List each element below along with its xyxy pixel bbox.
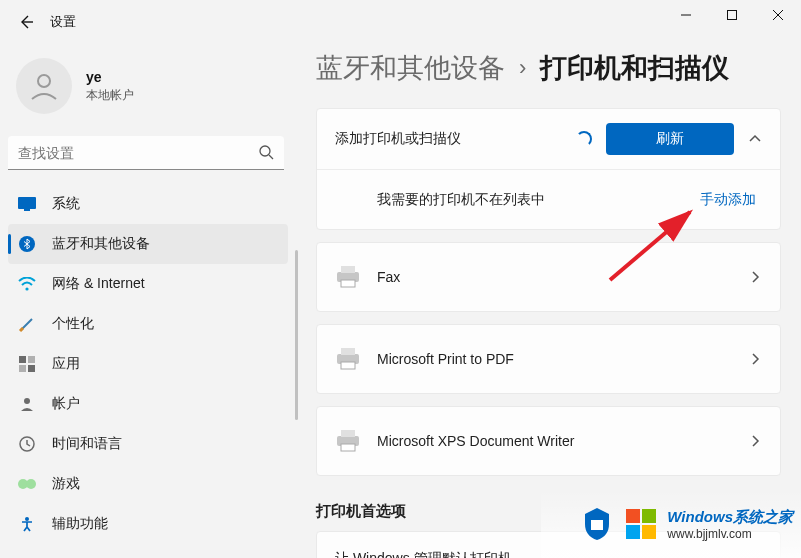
add-printer-label: 添加打印机或扫描仪	[335, 130, 576, 148]
sidebar-item-label: 应用	[52, 355, 80, 373]
sidebar-item-label: 个性化	[52, 315, 94, 333]
chevron-right-icon	[748, 270, 762, 284]
bluetooth-icon	[18, 235, 36, 253]
svg-rect-29	[642, 525, 656, 539]
sidebar-item-label: 时间和语言	[52, 435, 122, 453]
device-name: Microsoft XPS Document Writer	[377, 433, 748, 449]
account-block[interactable]: ye 本地帐户	[8, 50, 292, 126]
minimize-button[interactable]	[663, 0, 709, 30]
svg-rect-21	[341, 362, 355, 369]
printer-icon	[335, 348, 361, 370]
device-name: Fax	[377, 269, 748, 285]
wifi-icon	[18, 275, 36, 293]
chevron-right-icon	[748, 352, 762, 366]
printer-icon	[335, 430, 361, 452]
svg-rect-27	[642, 509, 656, 523]
svg-rect-24	[341, 444, 355, 451]
svg-point-11	[24, 398, 30, 404]
close-icon	[773, 10, 783, 20]
add-printer-card: 添加打印机或扫描仪 刷新 我需要的打印机不在列表中 手动添加	[316, 108, 781, 230]
account-icon	[18, 395, 36, 413]
main-content: 蓝牙和其他设备 › 打印机和扫描仪 添加打印机或扫描仪 刷新 我需要的打印机不在…	[316, 50, 801, 558]
svg-rect-4	[24, 209, 30, 211]
svg-rect-10	[28, 365, 35, 372]
account-subtitle: 本地帐户	[86, 87, 134, 104]
svg-point-6	[25, 287, 28, 290]
back-button[interactable]	[6, 2, 46, 42]
chevron-up-icon[interactable]	[748, 132, 762, 146]
breadcrumb-current: 打印机和扫描仪	[540, 50, 729, 86]
sidebar-item-time-language[interactable]: 时间和语言	[8, 424, 288, 464]
minimize-icon	[681, 10, 691, 20]
close-button[interactable]	[755, 0, 801, 30]
sidebar-item-bluetooth[interactable]: 蓝牙和其他设备	[8, 224, 288, 264]
maximize-icon	[727, 10, 737, 20]
back-arrow-icon	[18, 14, 34, 30]
sidebar-item-apps[interactable]: 应用	[8, 344, 288, 384]
svg-rect-25	[591, 520, 603, 530]
device-row-print-to-pdf[interactable]: Microsoft Print to PDF	[316, 324, 781, 394]
window-title: 设置	[50, 13, 76, 31]
windows-logo-icon	[623, 506, 659, 542]
watermark-title: Windows系统之家	[667, 508, 793, 527]
sidebar-item-system[interactable]: 系统	[8, 184, 288, 224]
system-icon	[18, 195, 36, 213]
not-listed-label: 我需要的打印机不在列表中	[377, 191, 700, 209]
apps-icon	[18, 355, 36, 373]
sidebar-item-accounts[interactable]: 帐户	[8, 384, 288, 424]
refresh-button[interactable]: 刷新	[606, 123, 734, 155]
brush-icon	[18, 315, 36, 333]
nav-list: 系统 蓝牙和其他设备 网络 & Internet 个性化 应用 帐户 时间和语言	[8, 184, 292, 558]
svg-rect-18	[341, 280, 355, 287]
sidebar-item-accessibility[interactable]: 辅助功能	[8, 504, 288, 544]
breadcrumb-separator: ›	[519, 55, 526, 81]
svg-rect-23	[341, 430, 355, 437]
sidebar-item-label: 游戏	[52, 475, 80, 493]
account-name: ye	[86, 69, 134, 85]
loading-spinner-icon	[576, 131, 592, 147]
breadcrumb: 蓝牙和其他设备 › 打印机和扫描仪	[316, 50, 781, 86]
sidebar-item-label: 系统	[52, 195, 80, 213]
gaming-icon	[18, 475, 36, 493]
person-icon	[27, 69, 61, 103]
search-icon	[258, 144, 274, 160]
chevron-right-icon	[748, 434, 762, 448]
svg-rect-20	[341, 348, 355, 355]
svg-rect-28	[626, 525, 640, 539]
sidebar-item-label: 帐户	[52, 395, 80, 413]
shield-icon	[579, 506, 615, 542]
device-name: Microsoft Print to PDF	[377, 351, 748, 367]
sidebar-item-personalization[interactable]: 个性化	[8, 304, 288, 344]
search-input[interactable]	[8, 136, 284, 170]
sidebar-item-label: 蓝牙和其他设备	[52, 235, 150, 253]
svg-rect-9	[19, 365, 26, 372]
manual-add-link[interactable]: 手动添加	[700, 191, 756, 209]
sidebar: ye 本地帐户 系统 蓝牙和其他设备 网络 & Internet 个性化 应用	[0, 44, 300, 558]
sidebar-item-network[interactable]: 网络 & Internet	[8, 264, 288, 304]
window-controls	[663, 0, 801, 30]
svg-point-2	[260, 146, 270, 156]
svg-point-15	[25, 517, 29, 521]
sidebar-scrollbar[interactable]	[295, 250, 298, 420]
sidebar-item-gaming[interactable]: 游戏	[8, 464, 288, 504]
device-row-fax[interactable]: Fax	[316, 242, 781, 312]
avatar	[16, 58, 72, 114]
watermark: Windows系统之家 www.bjjmlv.com	[541, 490, 801, 558]
svg-rect-8	[28, 356, 35, 363]
device-row-xps-writer[interactable]: Microsoft XPS Document Writer	[316, 406, 781, 476]
svg-point-1	[38, 75, 50, 87]
svg-rect-26	[626, 509, 640, 523]
sidebar-item-label: 辅助功能	[52, 515, 108, 533]
sidebar-item-label: 网络 & Internet	[52, 275, 145, 293]
add-printer-row: 添加打印机或扫描仪 刷新	[317, 109, 780, 169]
watermark-url: www.bjjmlv.com	[667, 527, 751, 541]
maximize-button[interactable]	[709, 0, 755, 30]
svg-rect-7	[19, 356, 26, 363]
printer-icon	[335, 266, 361, 288]
clock-icon	[18, 435, 36, 453]
breadcrumb-parent[interactable]: 蓝牙和其他设备	[316, 50, 505, 86]
not-listed-row: 我需要的打印机不在列表中 手动添加	[317, 169, 780, 229]
svg-rect-17	[341, 266, 355, 273]
accessibility-icon	[18, 515, 36, 533]
svg-rect-3	[18, 197, 36, 209]
